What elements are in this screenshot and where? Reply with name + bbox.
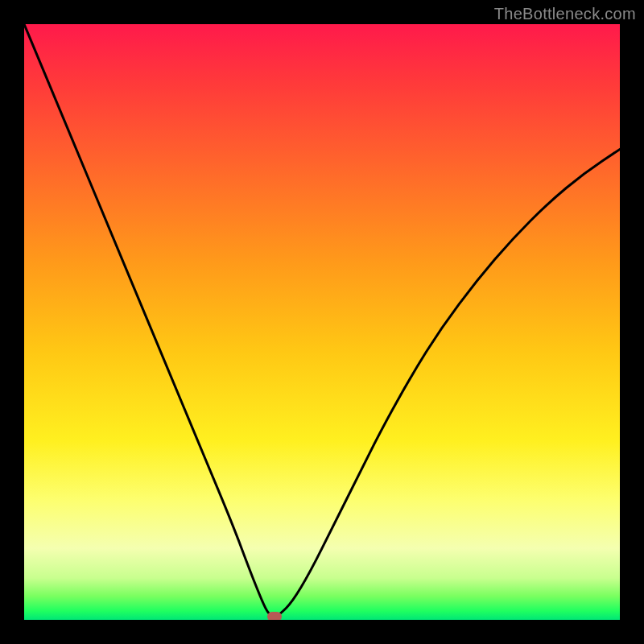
chart-frame: TheBottleneck.com (0, 0, 644, 644)
bottleneck-curve (24, 24, 620, 620)
optimal-point-marker (267, 612, 282, 620)
plot-area (24, 24, 620, 620)
watermark-text: TheBottleneck.com (494, 5, 636, 23)
